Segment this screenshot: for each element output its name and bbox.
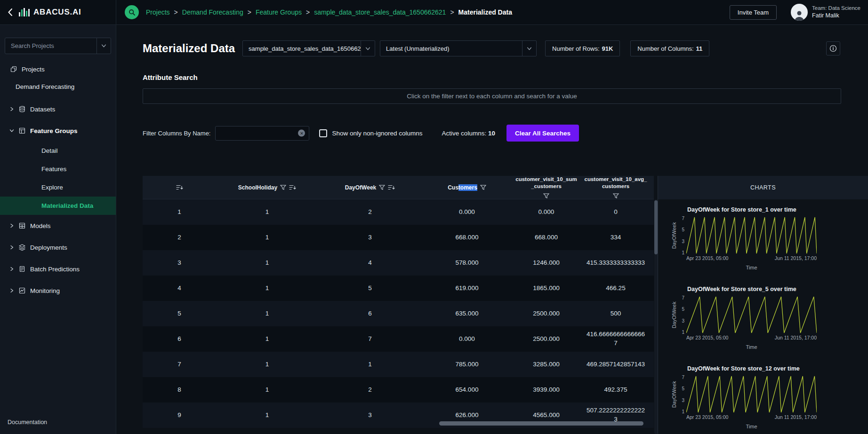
sidebar-item-explore[interactable]: Explore xyxy=(0,178,116,197)
clear-input-icon[interactable]: ✕ xyxy=(298,130,305,137)
filter-icon[interactable] xyxy=(543,193,549,199)
horizontal-scrollbar-thumb[interactable] xyxy=(439,421,643,426)
sidebar-item-datasets[interactable]: Datasets xyxy=(0,98,116,120)
attribute-search-title: Attribute Search xyxy=(143,73,868,81)
table-cell: 2 xyxy=(318,377,422,402)
chart-x-ticks: Apr 23 2015, 05:00Jun 11 2015, 17:00 xyxy=(686,414,817,421)
filter-icon[interactable] xyxy=(379,185,385,190)
table-cell: 785.000 xyxy=(422,352,512,377)
show-non-ignored-checkbox[interactable] xyxy=(319,129,327,137)
breadcrumb-item[interactable]: Demand Forecasting xyxy=(182,8,243,16)
deployments-icon xyxy=(19,244,25,251)
sidebar-item-label: Projects xyxy=(22,66,45,73)
sidebar-item-monitoring[interactable]: Monitoring xyxy=(0,280,116,301)
documentation-link[interactable]: Documentation xyxy=(0,419,116,434)
project-search-select[interactable]: Search Projects xyxy=(5,38,111,54)
table-cell: 2500.000 xyxy=(512,326,580,352)
chart-x-axis-label: Time xyxy=(686,344,817,350)
table-cell: 2500.000 xyxy=(512,301,580,326)
chart-title: DayOfWeek for Store store_12 over time xyxy=(687,365,868,373)
sidebar-item-features[interactable]: Features xyxy=(0,160,116,178)
sidebar-item-label: Models xyxy=(30,222,51,229)
table-cell: 334 xyxy=(580,225,651,250)
filter-icon[interactable] xyxy=(613,193,619,199)
breadcrumb-separator: > xyxy=(174,8,178,16)
table-row: 812654.0003939.000492.375 xyxy=(143,377,654,402)
filter-columns-input[interactable] xyxy=(216,126,309,140)
filter-icon[interactable] xyxy=(280,185,286,190)
sidebar-item-batch-predictions[interactable]: Batch Predictions xyxy=(0,258,116,280)
column-label: DayOfWeek xyxy=(345,184,376,191)
chart-plot-area: DayOfWeek7531 xyxy=(670,295,868,335)
version-select[interactable]: Latest (Unmaterialized) xyxy=(380,40,537,56)
column-header-customer-visit-10-sum-customers[interactable]: customer_visit_10_sum_customers xyxy=(512,176,580,199)
search-icon[interactable] xyxy=(125,5,139,19)
topbar-brand-area: ABACUS.AI xyxy=(0,0,116,24)
breadcrumb-item[interactable]: sample_data_store_sales_data_1650662621 xyxy=(314,8,446,16)
datasets-icon xyxy=(19,106,25,112)
clear-all-searches-button[interactable]: Clear All Searches xyxy=(506,125,579,142)
abacus-logo[interactable]: ABACUS.AI xyxy=(18,7,81,17)
column-header-schoolholiday[interactable]: SchoolHoliday xyxy=(216,176,318,199)
feature-group-select[interactable]: sample_data_store_sales_data_1650662... xyxy=(242,40,375,56)
back-chevron-icon[interactable] xyxy=(8,8,13,16)
column-header-customer-visit-10-avg-customers[interactable]: customer_visit_10_avg_customers xyxy=(580,176,651,199)
chart-y-ticks: 7531 xyxy=(678,295,686,335)
filter-row: Filter Columns By Name: ✕ Show only non-… xyxy=(143,125,868,142)
sidebar-item-label: Monitoring xyxy=(30,287,60,294)
column-header-customers[interactable]: Customers xyxy=(422,176,512,199)
table-cell: 578.000 xyxy=(422,250,512,276)
table-cell: 1 xyxy=(216,377,318,402)
active-columns-count: Active columns: 10 xyxy=(442,130,495,137)
table-cell: 416.66666666666667 xyxy=(580,326,651,352)
chart-line-plot xyxy=(686,216,817,255)
chart-x-axis-label: Time xyxy=(686,265,817,270)
chart-x-end-label: Jun 11 2015, 17:00 xyxy=(775,335,817,341)
horizontal-scrollbar[interactable] xyxy=(143,421,654,426)
column-header-dayofweek[interactable]: DayOfWeek xyxy=(318,176,422,199)
current-project-name[interactable]: Demand Forecasting xyxy=(0,83,116,90)
breadcrumb-item[interactable]: Feature Groups xyxy=(256,8,302,16)
table-cell: 1 xyxy=(216,225,318,250)
table-row: 415619.0001865.000466.25 xyxy=(143,276,654,301)
info-button[interactable] xyxy=(826,41,840,55)
column-config-icon[interactable] xyxy=(289,184,296,190)
avatar xyxy=(791,4,808,21)
sidebar-item-feature-groups[interactable]: Feature Groups xyxy=(0,120,116,142)
chart-y-axis-label: DayOfWeek xyxy=(670,216,678,255)
column-label: customer_visit_10_avg_customers xyxy=(583,176,648,190)
sidebar-item-projects[interactable]: Projects xyxy=(0,61,116,78)
chart-y-ticks: 7531 xyxy=(678,216,686,255)
chart-y-axis-label: DayOfWeek xyxy=(670,295,678,335)
sidebar-item-materialized-data[interactable]: Materialized Data xyxy=(0,197,116,215)
sidebar-item-detail[interactable]: Detail xyxy=(0,142,116,160)
monitoring-icon xyxy=(19,287,25,294)
chart-line-plot xyxy=(686,375,817,414)
sidebar-item-deployments[interactable]: Deployments xyxy=(0,237,116,258)
table-cell: 5 xyxy=(143,301,216,326)
table-cell: 8 xyxy=(143,377,216,402)
column-config-icon[interactable] xyxy=(176,184,183,190)
breadcrumb-item[interactable]: Projects xyxy=(146,8,170,16)
charts-list: DayOfWeek for Store store_1 over timeDay… xyxy=(658,199,868,429)
content-row: SchoolHoliday DayOfWeek xyxy=(116,176,868,434)
user-chip[interactable]: Team: Data Science Fatir Malik xyxy=(791,4,860,21)
attribute-search-bar[interactable]: Click on the filter next to each column … xyxy=(143,88,841,104)
table-cell: 1 xyxy=(318,352,422,377)
table-cell: 1 xyxy=(143,199,216,225)
filter-icon[interactable] xyxy=(480,185,486,190)
chart-card: DayOfWeek for Store store_12 over timeDa… xyxy=(658,365,868,429)
filter-columns-input-wrap: ✕ xyxy=(215,126,309,141)
vertical-scrollbar[interactable] xyxy=(654,199,658,434)
vertical-scrollbar-thumb[interactable] xyxy=(654,200,658,254)
models-icon xyxy=(19,222,25,229)
column-config-icon[interactable] xyxy=(388,184,395,190)
sidebar-item-models[interactable]: Models xyxy=(0,215,116,237)
invite-team-button[interactable]: Invite Team xyxy=(730,5,777,20)
batch-predictions-icon xyxy=(19,266,25,272)
breadcrumb: Projects>Demand Forecasting>Feature Grou… xyxy=(146,8,512,16)
table-cell: 1 xyxy=(216,301,318,326)
column-header-index[interactable] xyxy=(143,176,216,199)
table-cell: 0.000 xyxy=(512,199,580,225)
column-label: SchoolHoliday xyxy=(238,184,277,191)
